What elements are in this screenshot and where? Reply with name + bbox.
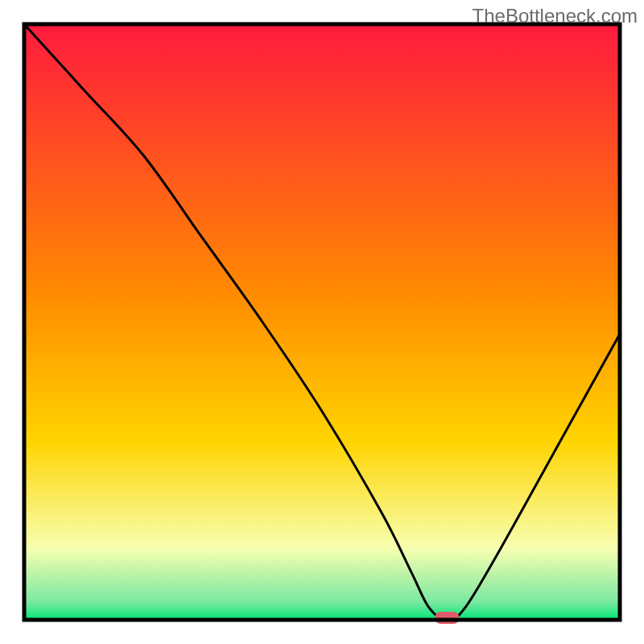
bottleneck-chart — [0, 0, 644, 644]
watermark-text: TheBottleneck.com — [473, 5, 638, 27]
chart-container: TheBottleneck.com — [0, 0, 644, 644]
plot-background — [24, 24, 620, 620]
